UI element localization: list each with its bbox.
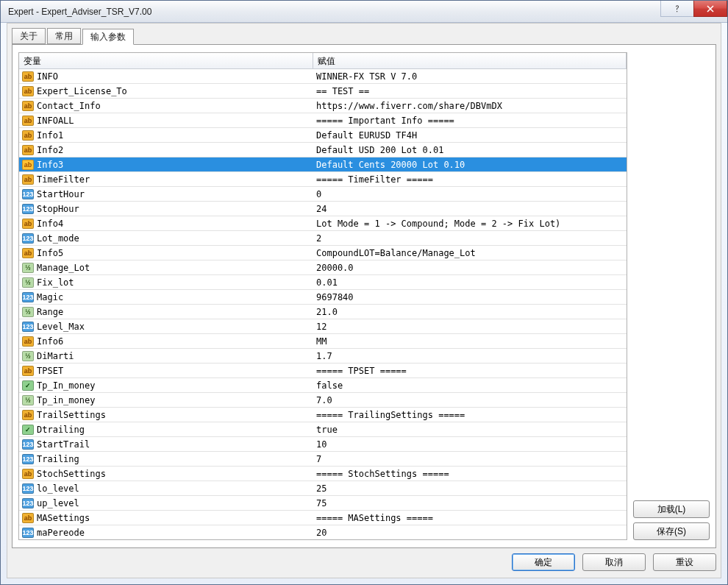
param-name: maPereode	[37, 525, 85, 539]
list-header[interactable]: 变量 赋值	[19, 53, 627, 69]
param-value-cell[interactable]: Default USD 200 Lot 0.01	[313, 143, 627, 157]
table-row[interactable]: 123Trailing7	[19, 452, 627, 467]
header-value[interactable]: 赋值	[313, 53, 627, 68]
ok-button[interactable]: 确定	[512, 553, 575, 571]
param-name: Info2	[37, 143, 63, 157]
param-value-cell[interactable]: 0.01	[313, 275, 627, 289]
param-value-cell[interactable]: ===== TimeFilter =====	[313, 172, 627, 186]
param-value-cell[interactable]: 12	[313, 319, 627, 333]
param-value-cell[interactable]: MM	[313, 334, 627, 348]
i123-type-icon: 123	[22, 439, 34, 450]
load-button[interactable]: 加载(L)	[633, 500, 710, 518]
table-row[interactable]: 123Level_Max12	[19, 319, 627, 334]
help-button[interactable]	[660, 1, 694, 17]
table-row[interactable]: 123StopHour24	[19, 202, 627, 216]
cancel-button[interactable]: 取消	[582, 553, 646, 571]
table-row[interactable]: abTimeFilter===== TimeFilter =====	[19, 172, 627, 187]
table-row[interactable]: ½Manage_Lot20000.0	[19, 260, 627, 275]
table-row[interactable]: abExpert_License_To== TEST ==	[19, 84, 627, 99]
param-value-cell[interactable]: Lot Mode = 1 -> Compound; Mode = 2 -> Fi…	[313, 216, 627, 230]
table-row[interactable]: abInfo6MM	[19, 334, 627, 349]
v2-type-icon: ½	[22, 307, 34, 317]
table-row[interactable]: 123Magic9697840	[19, 290, 627, 305]
parameter-list[interactable]: 变量 赋值 abINFOWINNER-FX TSR V 7.0abExpert_…	[18, 52, 627, 540]
tab-about[interactable]: 关于	[12, 28, 46, 44]
param-value-cell[interactable]: 0	[313, 187, 627, 201]
param-name-cell: abTimeFilter	[19, 172, 313, 186]
param-value-cell[interactable]: ===== StochSettings =====	[313, 467, 627, 481]
param-value-cell[interactable]: 10	[313, 437, 627, 451]
param-value-cell[interactable]: 24	[313, 202, 627, 216]
table-row[interactable]: ½Range21.0	[19, 305, 627, 319]
param-value-cell[interactable]: 7.0	[313, 393, 627, 407]
param-value-cell[interactable]: 20000.0	[313, 260, 627, 274]
param-value-cell[interactable]: 1.7	[313, 349, 627, 363]
param-value-cell[interactable]: true	[313, 422, 627, 436]
param-value-cell[interactable]: 7	[313, 452, 627, 466]
table-row[interactable]: abTrailSettings===== TrailingSettings ==…	[19, 408, 627, 422]
param-value-cell[interactable]: 20	[313, 525, 627, 539]
table-row[interactable]: abInfo2Default USD 200 Lot 0.01	[19, 143, 627, 157]
param-value-cell[interactable]: WINNER-FX TSR V 7.0	[313, 69, 627, 83]
table-row[interactable]: ½DiMarti1.7	[19, 349, 627, 364]
param-name: Contact_Info	[37, 99, 101, 113]
param-value-cell[interactable]: ===== Important Info =====	[313, 113, 627, 127]
ab-type-icon: ab	[22, 469, 34, 479]
tab-common[interactable]: 常用	[47, 28, 81, 44]
param-value-cell[interactable]: CompoundLOT=Balance/Manage_Lot	[313, 246, 627, 260]
table-row[interactable]: abInfo3Default Cents 20000 Lot 0.10	[19, 157, 627, 172]
ab-type-icon: ab	[22, 513, 34, 523]
param-value-cell[interactable]: 25	[313, 481, 627, 495]
param-name-cell: 123Magic	[19, 290, 313, 304]
table-row[interactable]: ½Fix_lot0.01	[19, 275, 627, 290]
v2-type-icon: ½	[22, 263, 34, 273]
param-value-cell[interactable]: 2	[313, 231, 627, 245]
param-name-cell: ✓Tp_In_money	[19, 378, 313, 392]
param-name-cell: abInfo2	[19, 143, 313, 157]
save-button[interactable]: 保存(S)	[633, 522, 710, 540]
param-value-cell[interactable]: ===== MASettings =====	[313, 511, 627, 525]
param-value-cell[interactable]: 9697840	[313, 290, 627, 304]
table-row[interactable]: ✓Tp_In_moneyfalse	[19, 378, 627, 393]
param-name: StartHour	[37, 187, 85, 201]
param-value-cell[interactable]: 21.0	[313, 305, 627, 319]
param-value-cell[interactable]: false	[313, 378, 627, 392]
param-value-cell[interactable]: Default Cents 20000 Lot 0.10	[313, 157, 627, 171]
table-row[interactable]: abInfo4Lot Mode = 1 -> Compound; Mode = …	[19, 216, 627, 231]
table-row[interactable]: 123maPereode20	[19, 525, 627, 539]
table-row[interactable]: 123StartHour0	[19, 187, 627, 202]
v2-type-icon: ½	[22, 277, 34, 288]
close-button[interactable]	[693, 1, 727, 17]
table-row[interactable]: ½Tp_in_money7.0	[19, 393, 627, 408]
param-value-cell[interactable]: 75	[313, 496, 627, 510]
table-row[interactable]: abInfo5CompoundLOT=Balance/Manage_Lot	[19, 246, 627, 260]
param-value-cell[interactable]: == TEST ==	[313, 84, 627, 98]
table-row[interactable]: 123StartTrail10	[19, 437, 627, 452]
param-value-cell[interactable]: https://www.fiverr.com/share/DBVmDX	[313, 99, 627, 113]
param-name: Info4	[37, 216, 63, 230]
table-row[interactable]: abInfo1Default EURUSD TF4H	[19, 128, 627, 143]
titlebar[interactable]: Expert - Expert_Adviser_TSR_V7.00	[1, 1, 727, 23]
param-value-cell[interactable]: Default EURUSD TF4H	[313, 128, 627, 142]
table-row[interactable]: 123Lot_mode2	[19, 231, 627, 246]
table-row[interactable]: abStochSettings===== StochSettings =====	[19, 467, 627, 481]
reset-button[interactable]: 重设	[653, 553, 716, 571]
table-row[interactable]: 123lo_level25	[19, 481, 627, 496]
param-name: TPSET	[37, 364, 63, 377]
tf-type-icon: ✓	[22, 380, 34, 391]
table-row[interactable]: abMASettings===== MASettings =====	[19, 511, 627, 525]
window-title: Expert - Expert_Adviser_TSR_V7.00	[1, 7, 151, 17]
table-row[interactable]: 123up_level75	[19, 496, 627, 511]
tab-inputs[interactable]: 输入参数	[82, 29, 134, 45]
param-name-cell: ½Fix_lot	[19, 275, 313, 289]
param-value-cell[interactable]: ===== TrailingSettings =====	[313, 408, 627, 422]
table-row[interactable]: ✓Dtrailingtrue	[19, 422, 627, 437]
table-row[interactable]: abContact_Infohttps://www.fiverr.com/sha…	[19, 99, 627, 113]
table-row[interactable]: abTPSET===== TPSET =====	[19, 364, 627, 378]
v2-type-icon: ½	[22, 351, 34, 361]
inputs-panel: 变量 赋值 abINFOWINNER-FX TSR V 7.0abExpert_…	[12, 44, 716, 548]
param-value-cell[interactable]: ===== TPSET =====	[313, 364, 627, 377]
table-row[interactable]: abINFOALL===== Important Info =====	[19, 113, 627, 128]
header-variable[interactable]: 变量	[19, 53, 313, 68]
table-row[interactable]: abINFOWINNER-FX TSR V 7.0	[19, 69, 627, 84]
